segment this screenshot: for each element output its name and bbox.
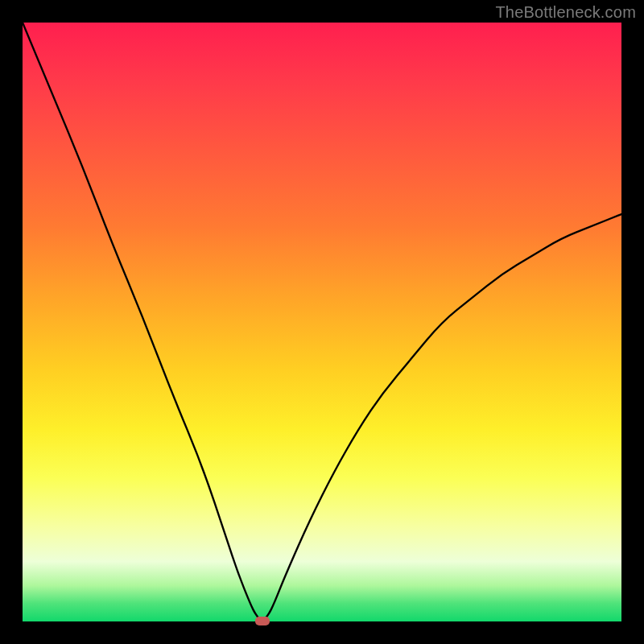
bottleneck-curve xyxy=(23,23,621,621)
chart-frame: TheBottleneck.com xyxy=(0,0,644,644)
watermark-text: TheBottleneck.com xyxy=(495,3,636,22)
plot-area xyxy=(23,23,621,621)
min-point-marker xyxy=(255,617,270,625)
